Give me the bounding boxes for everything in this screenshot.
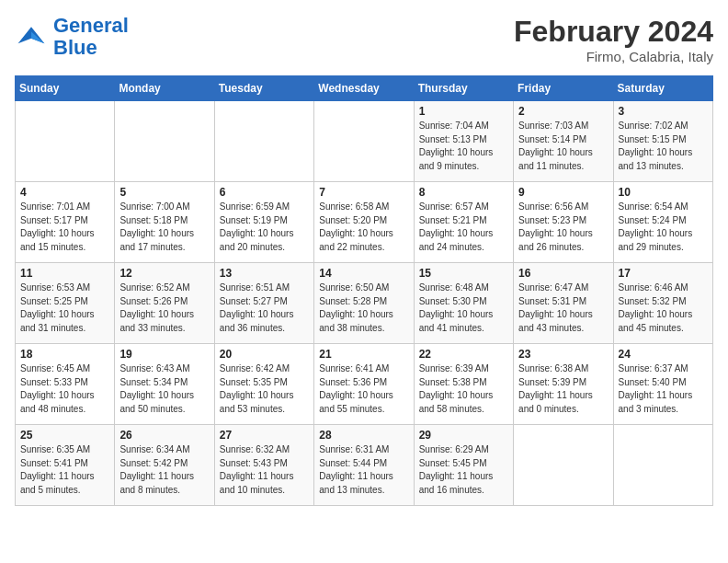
calendar-header-row: SundayMondayTuesdayWednesdayThursdayFrid… (16, 76, 713, 101)
calendar-cell: 12Sunrise: 6:52 AMSunset: 5:26 PMDayligh… (115, 263, 214, 344)
month-year-title: February 2024 (514, 15, 713, 49)
calendar-cell: 10Sunrise: 6:54 AMSunset: 5:24 PMDayligh… (613, 182, 712, 263)
day-info: Sunrise: 6:32 AMSunset: 5:43 PMDaylight:… (220, 443, 309, 497)
calendar-cell: 23Sunrise: 6:38 AMSunset: 5:39 PMDayligh… (514, 344, 613, 425)
calendar-cell: 20Sunrise: 6:42 AMSunset: 5:35 PMDayligh… (214, 344, 313, 425)
calendar-cell: 11Sunrise: 6:53 AMSunset: 5:25 PMDayligh… (16, 263, 115, 344)
day-info: Sunrise: 6:48 AMSunset: 5:30 PMDaylight:… (419, 282, 508, 335)
day-info: Sunrise: 6:35 AMSunset: 5:41 PMDaylight:… (20, 443, 109, 497)
day-info: Sunrise: 6:39 AMSunset: 5:38 PMDaylight:… (419, 362, 508, 416)
weekday-header: Friday (514, 76, 613, 101)
day-number: 14 (319, 267, 408, 280)
calendar-week-row: 4Sunrise: 7:01 AMSunset: 5:17 PMDaylight… (16, 182, 713, 263)
calendar-cell (514, 425, 613, 506)
day-number: 18 (20, 348, 109, 361)
day-info: Sunrise: 6:51 AMSunset: 5:27 PMDaylight:… (220, 282, 309, 335)
calendar-cell: 25Sunrise: 6:35 AMSunset: 5:41 PMDayligh… (16, 425, 115, 506)
day-number: 10 (619, 186, 708, 199)
calendar-week-row: 11Sunrise: 6:53 AMSunset: 5:25 PMDayligh… (16, 263, 713, 344)
day-info: Sunrise: 7:02 AMSunset: 5:15 PMDaylight:… (619, 120, 708, 173)
location-subtitle: Firmo, Calabria, Italy (514, 49, 713, 64)
day-number: 22 (419, 348, 508, 361)
calendar-cell: 14Sunrise: 6:50 AMSunset: 5:28 PMDayligh… (314, 263, 414, 344)
calendar-cell: 17Sunrise: 6:46 AMSunset: 5:32 PMDayligh… (613, 263, 712, 344)
calendar-table: SundayMondayTuesdayWednesdayThursdayFrid… (15, 75, 713, 506)
day-number: 9 (518, 186, 608, 199)
calendar-cell: 18Sunrise: 6:45 AMSunset: 5:33 PMDayligh… (16, 344, 115, 425)
weekday-header: Thursday (414, 76, 513, 101)
day-number: 29 (419, 429, 508, 442)
day-info: Sunrise: 6:45 AMSunset: 5:33 PMDaylight:… (20, 362, 109, 416)
day-info: Sunrise: 6:57 AMSunset: 5:21 PMDaylight:… (419, 201, 508, 254)
day-number: 19 (119, 348, 209, 361)
calendar-cell: 15Sunrise: 6:48 AMSunset: 5:30 PMDayligh… (414, 263, 513, 344)
day-number: 24 (619, 348, 708, 361)
weekday-header: Saturday (613, 76, 712, 101)
calendar-cell: 21Sunrise: 6:41 AMSunset: 5:36 PMDayligh… (314, 344, 414, 425)
day-number: 6 (220, 186, 309, 199)
calendar-cell: 9Sunrise: 6:56 AMSunset: 5:23 PMDaylight… (514, 182, 613, 263)
calendar-cell: 3Sunrise: 7:02 AMSunset: 5:15 PMDaylight… (613, 101, 712, 182)
day-number: 1 (419, 105, 508, 118)
calendar-cell: 7Sunrise: 6:58 AMSunset: 5:20 PMDaylight… (314, 182, 414, 263)
day-info: Sunrise: 7:03 AMSunset: 5:14 PMDaylight:… (518, 120, 608, 173)
day-number: 25 (20, 429, 109, 442)
calendar-cell (613, 425, 712, 506)
day-number: 15 (419, 267, 508, 280)
day-number: 23 (518, 348, 608, 361)
day-info: Sunrise: 6:38 AMSunset: 5:39 PMDaylight:… (518, 362, 608, 416)
logo-text: General Blue (53, 15, 129, 59)
calendar-cell (16, 101, 115, 182)
day-number: 28 (319, 429, 408, 442)
calendar-cell: 19Sunrise: 6:43 AMSunset: 5:34 PMDayligh… (115, 344, 214, 425)
day-number: 26 (119, 429, 209, 442)
calendar-cell (314, 101, 414, 182)
day-info: Sunrise: 6:54 AMSunset: 5:24 PMDaylight:… (619, 201, 708, 254)
calendar-body: 1Sunrise: 7:04 AMSunset: 5:13 PMDaylight… (16, 101, 713, 506)
day-info: Sunrise: 6:42 AMSunset: 5:35 PMDaylight:… (220, 362, 309, 416)
day-number: 11 (20, 267, 109, 280)
calendar-cell: 26Sunrise: 6:34 AMSunset: 5:42 PMDayligh… (115, 425, 214, 506)
calendar-cell: 1Sunrise: 7:04 AMSunset: 5:13 PMDaylight… (414, 101, 513, 182)
day-info: Sunrise: 6:29 AMSunset: 5:45 PMDaylight:… (419, 443, 508, 497)
calendar-cell: 29Sunrise: 6:29 AMSunset: 5:45 PMDayligh… (414, 425, 513, 506)
calendar-cell: 22Sunrise: 6:39 AMSunset: 5:38 PMDayligh… (414, 344, 513, 425)
weekday-header: Wednesday (314, 76, 414, 101)
calendar-cell: 27Sunrise: 6:32 AMSunset: 5:43 PMDayligh… (214, 425, 313, 506)
day-info: Sunrise: 6:46 AMSunset: 5:32 PMDaylight:… (619, 282, 708, 335)
calendar-week-row: 18Sunrise: 6:45 AMSunset: 5:33 PMDayligh… (16, 344, 713, 425)
title-block: February 2024 Firmo, Calabria, Italy (514, 15, 713, 64)
day-info: Sunrise: 6:31 AMSunset: 5:44 PMDaylight:… (319, 443, 408, 497)
day-info: Sunrise: 6:56 AMSunset: 5:23 PMDaylight:… (518, 201, 608, 254)
day-info: Sunrise: 6:37 AMSunset: 5:40 PMDaylight:… (619, 362, 708, 416)
day-number: 5 (119, 186, 209, 199)
day-info: Sunrise: 6:43 AMSunset: 5:34 PMDaylight:… (119, 362, 209, 416)
calendar-cell: 4Sunrise: 7:01 AMSunset: 5:17 PMDaylight… (16, 182, 115, 263)
day-info: Sunrise: 6:58 AMSunset: 5:20 PMDaylight:… (319, 201, 408, 254)
calendar-week-row: 1Sunrise: 7:04 AMSunset: 5:13 PMDaylight… (16, 101, 713, 182)
day-number: 12 (119, 267, 209, 280)
day-info: Sunrise: 6:34 AMSunset: 5:42 PMDaylight:… (119, 443, 209, 497)
day-info: Sunrise: 6:50 AMSunset: 5:28 PMDaylight:… (319, 282, 408, 335)
calendar-cell: 2Sunrise: 7:03 AMSunset: 5:14 PMDaylight… (514, 101, 613, 182)
weekday-header: Tuesday (214, 76, 313, 101)
day-number: 27 (220, 429, 309, 442)
calendar-cell (214, 101, 313, 182)
day-number: 21 (319, 348, 408, 361)
day-info: Sunrise: 7:01 AMSunset: 5:17 PMDaylight:… (20, 201, 109, 254)
calendar-cell: 24Sunrise: 6:37 AMSunset: 5:40 PMDayligh… (613, 344, 712, 425)
calendar-cell: 28Sunrise: 6:31 AMSunset: 5:44 PMDayligh… (314, 425, 414, 506)
page-header: General Blue February 2024 Firmo, Calabr… (15, 15, 713, 64)
day-number: 17 (619, 267, 708, 280)
calendar-cell: 13Sunrise: 6:51 AMSunset: 5:27 PMDayligh… (214, 263, 313, 344)
day-number: 16 (518, 267, 608, 280)
day-info: Sunrise: 7:00 AMSunset: 5:18 PMDaylight:… (119, 201, 209, 254)
day-number: 13 (220, 267, 309, 280)
day-info: Sunrise: 6:59 AMSunset: 5:19 PMDaylight:… (220, 201, 309, 254)
weekday-header: Monday (115, 76, 214, 101)
day-info: Sunrise: 6:41 AMSunset: 5:36 PMDaylight:… (319, 362, 408, 416)
calendar-cell: 8Sunrise: 6:57 AMSunset: 5:21 PMDaylight… (414, 182, 513, 263)
weekday-header: Sunday (16, 76, 115, 101)
logo-bird-icon (15, 20, 48, 53)
day-number: 20 (220, 348, 309, 361)
